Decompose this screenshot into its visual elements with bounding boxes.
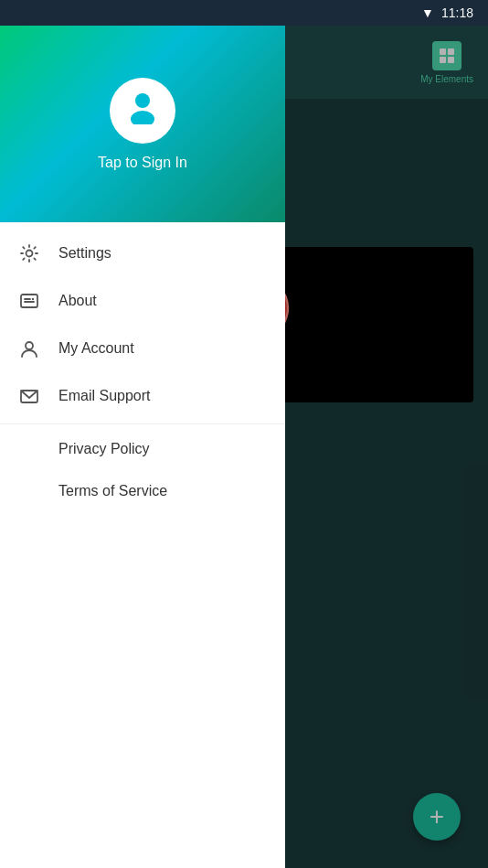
settings-label: Settings bbox=[58, 245, 111, 262]
avatar[interactable] bbox=[110, 78, 175, 144]
menu-item-email-support[interactable]: Email Support bbox=[0, 372, 285, 420]
about-label: About bbox=[58, 293, 97, 309]
gear-icon bbox=[19, 243, 39, 263]
svg-point-8 bbox=[27, 251, 33, 257]
svg-rect-9 bbox=[21, 295, 37, 307]
svg-point-7 bbox=[131, 111, 154, 124]
menu-item-about[interactable]: About bbox=[0, 277, 285, 325]
menu-item-terms-of-service[interactable]: Terms of Service bbox=[0, 470, 285, 512]
menu-item-settings[interactable]: Settings bbox=[0, 230, 285, 277]
person-outline-icon bbox=[19, 338, 39, 359]
my-account-label: My Account bbox=[58, 340, 134, 357]
email-support-label: Email Support bbox=[58, 388, 151, 404]
drawer-menu: Settings About My Account bbox=[0, 222, 285, 868]
wifi-icon: ▼ bbox=[421, 5, 434, 20]
menu-item-my-account[interactable]: My Account bbox=[0, 325, 285, 372]
settings-icon bbox=[18, 242, 40, 264]
svg-point-6 bbox=[135, 93, 150, 108]
svg-point-13 bbox=[26, 342, 33, 349]
menu-divider bbox=[0, 423, 285, 424]
menu-item-privacy-policy[interactable]: Privacy Policy bbox=[0, 428, 285, 470]
info-icon bbox=[19, 291, 39, 311]
navigation-drawer: Tap to Sign In Settings bbox=[0, 26, 285, 868]
status-time: 11:18 bbox=[441, 5, 473, 20]
person-icon bbox=[124, 88, 161, 133]
status-bar: ▼ 11:18 bbox=[0, 0, 488, 26]
svg-point-12 bbox=[32, 298, 34, 300]
email-icon bbox=[18, 385, 40, 407]
privacy-policy-label: Privacy Policy bbox=[58, 441, 150, 457]
envelope-icon bbox=[19, 386, 39, 406]
about-icon bbox=[18, 290, 40, 312]
sign-in-text[interactable]: Tap to Sign In bbox=[98, 155, 187, 171]
drawer-header[interactable]: Tap to Sign In bbox=[0, 26, 285, 222]
user-silhouette-icon bbox=[124, 88, 161, 124]
terms-of-service-label: Terms of Service bbox=[58, 483, 167, 499]
my-account-icon bbox=[18, 338, 40, 359]
